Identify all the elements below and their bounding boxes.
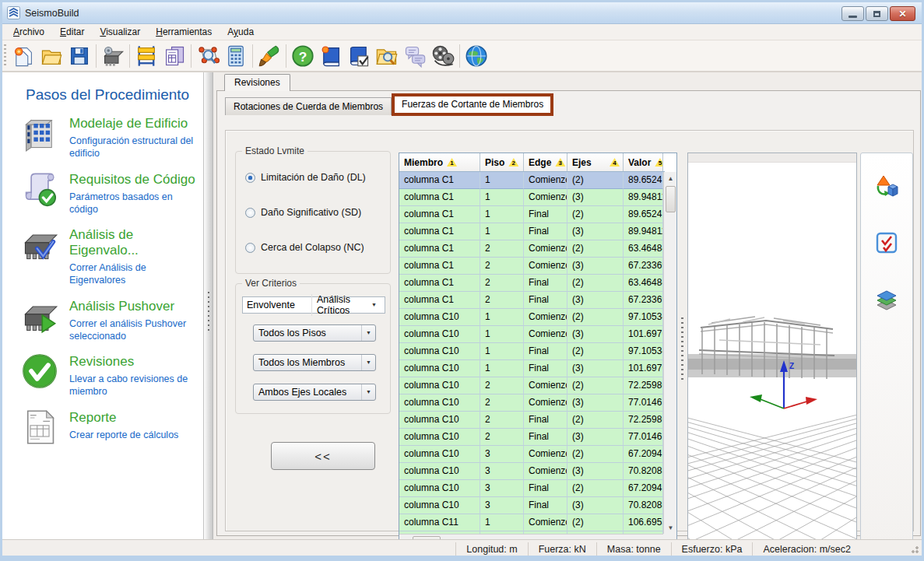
website-globe-icon[interactable]	[462, 42, 490, 70]
table-row[interactable]: columna C12Comienzo(3)67.233696	[399, 258, 665, 275]
column-header-miembro[interactable]: Miembro1	[399, 153, 480, 171]
app-window: SeismoBuild ✕ ArchivoEditarVisualizarHer…	[0, 0, 924, 561]
criteria-combo[interactable]: Envolvente Análisis Críticos ▼	[242, 296, 385, 314]
scroll-down-icon[interactable]: ▼	[664, 521, 677, 535]
table-cell: 2	[480, 429, 524, 446]
tab-revisiones[interactable]: Revisiones	[224, 74, 290, 91]
shear-forces-panel: Estado Lvmite Limitación de Daño (DL)Dañ…	[225, 130, 914, 531]
forum-chat-icon[interactable]	[401, 42, 429, 70]
step-modelaje-de-edificio[interactable]: Modelaje de EdificioConfiguración estruc…	[21, 114, 203, 160]
table-row[interactable]: columna C12Final(3)67.233696	[399, 292, 665, 309]
vertical-scroll-thumb[interactable]	[666, 186, 676, 212]
table-row[interactable]: columna C103Comienzo(3)70.820889	[399, 463, 665, 480]
menu-visualizar[interactable]: Visualizar	[92, 24, 148, 40]
table-row[interactable]: columna C101Final(3)101.69768	[399, 360, 665, 377]
table-row[interactable]: columna C103Final(3)70.820889	[399, 497, 665, 514]
menu-editar[interactable]: Editar	[52, 24, 92, 40]
step-reporte[interactable]: ReporteCrear reporte de cálculos	[21, 408, 203, 446]
help-icon[interactable]: ?	[289, 42, 317, 70]
column-header-ejes[interactable]: Ejes4	[567, 153, 624, 171]
viewport-3d[interactable]: Z	[687, 153, 857, 548]
table-cell: columna C10	[399, 412, 480, 429]
table-cell: Comienzo	[524, 189, 567, 206]
display-options-icon[interactable]	[255, 42, 283, 70]
table-row[interactable]: columna C11Comienzo(3)89.948111	[399, 189, 665, 206]
model-viewer-icon[interactable]	[194, 42, 222, 70]
table-row[interactable]: columna C11Comienzo(2)89.652411	[399, 172, 665, 189]
collapse-panel-button[interactable]: <<	[271, 442, 375, 470]
table-row[interactable]: columna C102Final(3)77.014611	[399, 429, 665, 446]
sidebar-splitter[interactable]	[203, 72, 213, 539]
menu-herramientas[interactable]: Herramientas	[148, 24, 220, 40]
scroll-up-icon[interactable]: ▲	[664, 172, 677, 185]
menu-ayuda[interactable]: Ayuda	[220, 24, 262, 40]
table-row[interactable]: columna C111Comienzo(2)106.69534	[399, 514, 665, 531]
axis-z-label: Z	[789, 362, 794, 370]
radio-limitaci-n-de-da-o-dl-[interactable]: Limitación de Daño (DL)	[245, 172, 366, 183]
sort-order-icon: 4	[610, 158, 620, 167]
table-row[interactable]: columna C101Final(2)97.105349	[399, 343, 665, 360]
radio-cerca-del-colapso-nc-[interactable]: Cerca del Colapso (NC)	[245, 242, 364, 253]
open-project-icon[interactable]	[37, 42, 65, 70]
column-header-piso[interactable]: Piso2	[480, 153, 524, 171]
table-cell: (2)	[567, 377, 624, 394]
table-row[interactable]: columna C103Final(2)67.209411	[399, 480, 665, 497]
dropdown-value: Todos los Pisos	[254, 328, 361, 338]
column-label: Piso	[485, 157, 504, 168]
viewport-splitter-grip[interactable]	[681, 317, 683, 380]
checklist-icon[interactable]	[873, 230, 900, 256]
subtab-rotaciones-de-cuerda-de-miembros[interactable]: Rotaciones de Cuerda de Miembros	[225, 97, 392, 115]
table-cell: Comienzo	[524, 446, 567, 463]
results-table: Miembro1Piso2Edge3Ejes4Valor5 columna C1…	[399, 153, 677, 548]
building-modeller-icon[interactable]	[132, 42, 160, 70]
table-cell: Final	[524, 206, 567, 223]
step-an-lisis-pushover[interactable]: Análisis PushoverCorrer el análisis Push…	[21, 297, 203, 343]
step-revisiones[interactable]: RevisionesLlevar a cabo revisiones de mi…	[21, 352, 203, 398]
table-cell: (2)	[567, 514, 624, 531]
table-cell: (2)	[567, 480, 624, 497]
step-an-lisis-de-eigenvalo-[interactable]: Análisis de Eigenvalo...Correr Análisis …	[21, 226, 203, 287]
radio-da-o-significativo-sd-[interactable]: Daño Significativo (SD)	[245, 207, 361, 218]
table-row[interactable]: columna C102Comienzo(3)77.014611	[399, 394, 665, 412]
resize-grip-icon[interactable]	[909, 544, 919, 553]
radio-icon	[245, 208, 255, 218]
new-project-icon[interactable]	[9, 42, 37, 70]
table-row[interactable]: columna C103Comienzo(2)67.209411	[399, 446, 665, 463]
report-icon[interactable]	[160, 42, 188, 70]
vertical-scrollbar[interactable]: ▲ ▼	[663, 172, 676, 535]
table-row[interactable]: columna C12Comienzo(2)63.464844	[399, 240, 665, 258]
tutorial-videos-icon[interactable]	[429, 42, 457, 70]
dropdown-ambos-ejes-locales[interactable]: Ambos Ejes Locales▼	[253, 384, 376, 401]
dropdown-todos-los-pisos[interactable]: Todos los Pisos▼	[253, 324, 376, 342]
close-button[interactable]: ✕	[890, 6, 915, 21]
column-header-edge[interactable]: Edge3	[524, 153, 567, 171]
step-requisitos-de-c-digo[interactable]: Requisitos de CódigoParámetros basados e…	[21, 170, 203, 216]
subtab-fuerzas-de-cortante-de-miembros[interactable]: Fuerzas de Cortante de Miembros	[392, 93, 553, 116]
user-manual-icon[interactable]	[317, 42, 345, 70]
minimize-button[interactable]	[841, 6, 864, 21]
column-header-valor[interactable]: Valor5	[624, 153, 663, 171]
view-criteria-label: Ver Criterios	[242, 278, 300, 289]
table-row[interactable]: columna C11Final(2)89.652411	[399, 206, 665, 223]
calculator-icon[interactable]	[222, 42, 250, 70]
toolbar-grip[interactable]	[4, 44, 6, 68]
maximize-button[interactable]	[866, 6, 888, 21]
dropdown-todos-los-miembros[interactable]: Todos los Miembros▼	[253, 354, 376, 371]
table-row[interactable]: columna C101Comienzo(3)101.69768	[399, 326, 665, 343]
verification-book-icon[interactable]	[345, 42, 373, 70]
refresh-view-icon[interactable]	[873, 174, 900, 200]
title-bar[interactable]: SeismoBuild ✕	[2, 2, 922, 24]
table-row[interactable]: columna C102Comienzo(2)72.259860	[399, 377, 665, 394]
menu-archivo[interactable]: Archivo	[5, 24, 52, 40]
table-row[interactable]: columna C102Final(2)72.259860	[399, 412, 665, 429]
dropdown-value: Todos los Miembros	[254, 357, 361, 368]
table-row[interactable]: columna C11Final(3)89.948111	[399, 223, 665, 240]
table-cell: 101.69768	[624, 360, 663, 377]
table-row[interactable]: columna C12Final(2)63.464844	[399, 275, 665, 292]
save-icon[interactable]	[65, 42, 93, 70]
table-row[interactable]: columna C101Comienzo(2)97.105349	[399, 309, 665, 326]
search-folder-icon[interactable]	[373, 42, 401, 70]
chevron-down-icon: ▼	[367, 297, 381, 313]
layers-icon[interactable]	[873, 286, 900, 312]
processor-icon[interactable]	[99, 42, 127, 70]
